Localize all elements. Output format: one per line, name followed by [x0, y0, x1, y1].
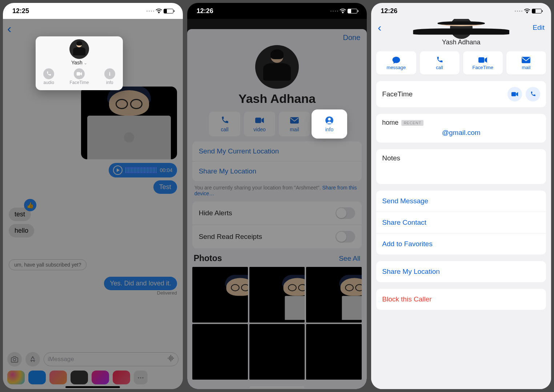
photo-thumbnail[interactable]	[192, 324, 248, 380]
status-bar: 12:26	[371, 3, 551, 19]
phone-messages-popup: 12:25 ‹ 00:04	[3, 3, 183, 389]
contact-avatar[interactable]	[255, 45, 299, 89]
hide-alerts-row: Hide Alerts	[192, 201, 362, 225]
see-all-link[interactable]: See All	[339, 255, 360, 263]
block-this-caller[interactable]: Block this Caller	[376, 289, 546, 310]
svg-rect-8	[511, 92, 516, 96]
status-bar: 12:25	[3, 3, 183, 19]
contact-sheet: Done Yash Adhana call video mail	[187, 19, 367, 389]
photo-grid	[192, 267, 362, 380]
contact-card-screen: ‹ Edit Yash Adhana message call FaceTime	[371, 19, 551, 389]
actions-card: Send Message Share Contact Add to Favori…	[376, 191, 546, 255]
info-tile[interactable]: info	[314, 112, 345, 136]
svg-point-5	[328, 118, 331, 121]
wifi-icon	[156, 8, 162, 13]
email-value[interactable]: @gmail.com	[376, 129, 546, 143]
photo-thumbnail[interactable]	[306, 267, 362, 323]
call-tile[interactable]: call	[420, 51, 459, 75]
send-message-row[interactable]: Send Message	[376, 191, 546, 212]
share-contact-row[interactable]: Share Contact	[376, 212, 546, 233]
popup-info-button[interactable]: i info	[104, 68, 115, 85]
facetime-card: FaceTime	[376, 81, 546, 107]
photo-thumbnail[interactable]	[306, 324, 362, 380]
svg-rect-7	[522, 57, 531, 63]
block-card: Block this Caller	[376, 289, 546, 310]
contact-name: Yash Adhana	[192, 92, 362, 106]
status-icons	[515, 8, 542, 13]
svg-rect-2	[255, 117, 261, 123]
edit-button[interactable]: Edit	[533, 24, 545, 32]
clock: 12:26	[381, 7, 397, 15]
add-to-favorites-row[interactable]: Add to Favorites	[376, 233, 546, 255]
back-chevron-icon[interactable]: ‹	[378, 21, 381, 34]
action-row: call video mail info	[192, 112, 362, 136]
send-current-location[interactable]: Send My Current Location	[192, 141, 362, 161]
photos-header: Photos See All	[192, 253, 362, 263]
action-tiles: message call FaceTime mail	[376, 51, 546, 75]
message-tile[interactable]: message	[376, 51, 416, 75]
send-read-receipts-row: Send Read Receipts	[192, 225, 362, 248]
popup-contact-name[interactable]: Yash	[71, 60, 87, 65]
facetime-video-button[interactable]	[507, 87, 522, 101]
mail-tile[interactable]: mail	[506, 51, 546, 75]
status-bar: 12:26	[187, 3, 367, 19]
phone-contact-sheet: 12:26 Done Yash Adhana call vid	[187, 3, 367, 389]
phone-icon	[43, 68, 54, 79]
recent-chip: RECENT	[401, 120, 423, 126]
battery-icon	[164, 9, 173, 13]
contact-avatar[interactable]	[450, 19, 473, 39]
share-my-location-row[interactable]: Share My Location	[376, 261, 546, 282]
photo-thumbnail[interactable]	[192, 267, 248, 323]
location-share-note: You are currently sharing your location …	[192, 181, 362, 196]
svg-rect-6	[478, 57, 484, 63]
contact-name: Yash Adhana	[376, 39, 546, 46]
battery-icon	[532, 9, 542, 13]
done-button[interactable]: Done	[343, 33, 361, 42]
mail-tile[interactable]: mail	[279, 112, 310, 136]
clock: 12:26	[197, 7, 213, 15]
call-tile[interactable]: call	[209, 112, 240, 136]
popup-avatar[interactable]	[69, 39, 89, 59]
contact-popup: Yash audio FaceTime i info	[36, 36, 123, 90]
svg-rect-3	[290, 117, 299, 123]
wifi-icon	[340, 8, 346, 13]
svg-rect-1	[77, 72, 80, 75]
popup-facetime-button[interactable]: FaceTime	[70, 68, 89, 85]
popup-audio-button[interactable]: audio	[43, 68, 54, 85]
home-indicator[interactable]	[250, 386, 304, 388]
facetime-audio-button[interactable]	[526, 87, 540, 101]
video-tile[interactable]: video	[244, 112, 275, 136]
wifi-icon	[524, 8, 530, 13]
battery-icon	[348, 9, 357, 13]
facetime-tile[interactable]: FaceTime	[463, 51, 503, 75]
read-receipts-switch[interactable]	[336, 231, 355, 243]
status-icons	[146, 8, 173, 13]
hide-alerts-switch[interactable]	[336, 207, 355, 219]
photo-thumbnail[interactable]	[249, 324, 305, 380]
clock: 12:25	[12, 7, 29, 15]
nav-bar: ‹ Edit	[376, 19, 546, 36]
messages-screen: ‹ 00:04 Test test hello	[3, 19, 183, 389]
email-card[interactable]: home RECENT @gmail.com	[376, 114, 546, 143]
video-icon	[74, 68, 85, 79]
phone-contact-card: 12:26 ‹ Edit Yash Adhana message	[371, 3, 551, 389]
info-icon: i	[104, 68, 115, 79]
alerts-card: Hide Alerts Send Read Receipts	[192, 201, 362, 248]
notes-card[interactable]: Notes	[376, 149, 546, 184]
facetime-row: FaceTime	[376, 81, 546, 107]
share-my-location[interactable]: Share My Location	[192, 161, 362, 181]
share-location-card: Share My Location	[376, 261, 546, 282]
location-card: Send My Current Location Share My Locati…	[192, 141, 362, 181]
photo-thumbnail[interactable]	[249, 267, 305, 323]
status-icons	[330, 8, 357, 13]
